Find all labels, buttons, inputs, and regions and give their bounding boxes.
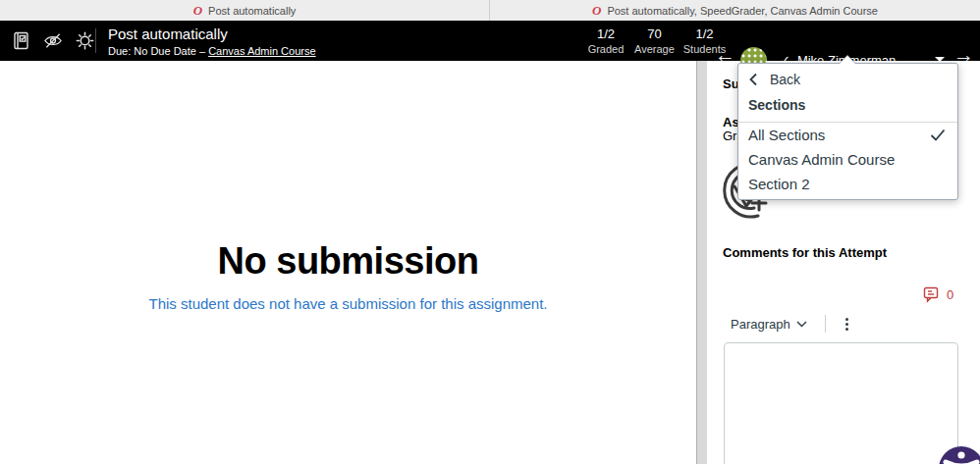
pane-splitter[interactable] <box>696 61 707 464</box>
paragraph-label: Paragraph <box>731 317 790 332</box>
comments-heading: Comments for this Attempt <box>723 245 887 260</box>
browser-tab-2-title: Post automatically, SpeedGrader, Canvas … <box>607 5 878 17</box>
assignment-title: Post automatically <box>108 26 316 42</box>
stat-graded: 1/2 Graded <box>586 26 626 55</box>
accessibility-help-button[interactable] <box>939 446 980 464</box>
paragraph-style-dropdown[interactable]: Paragraph <box>731 317 807 332</box>
back-label: Back <box>770 72 800 87</box>
chevron-down-icon <box>796 321 807 328</box>
speedgrader-header: Post automatically Due: No Due Date – Ca… <box>0 21 980 61</box>
gradebook-icon[interactable] <box>12 31 31 51</box>
more-options-kebab-icon[interactable] <box>842 316 852 333</box>
toolbar-divider <box>825 315 826 333</box>
sections-dropdown-menu: Back Sections All Sections Canvas Admin … <box>737 63 958 200</box>
next-student-arrow-icon[interactable]: → <box>953 44 974 65</box>
sections-heading: Sections <box>738 90 957 122</box>
due-date-line: Due: No Due Date – Canvas Admin Course <box>108 45 316 57</box>
grading-stats: 1/2 Graded 70 Average 1/2 Students <box>586 26 726 55</box>
stat-average: 70 Average <box>634 26 675 55</box>
selected-check-icon <box>930 129 946 141</box>
rce-toolbar: Paragraph <box>731 314 852 334</box>
chevron-left-icon <box>748 73 758 86</box>
browser-tab-strip: O Post automatically O Post automaticall… <box>0 0 980 21</box>
eye-off-icon[interactable] <box>43 31 63 51</box>
student-menu-caret-icon[interactable] <box>935 57 945 62</box>
submission-pane: No submission This student does not have… <box>0 61 696 464</box>
previous-student-arrow-icon[interactable]: ← <box>715 44 735 65</box>
speedgrader-window: O Post automatically O Post automaticall… <box>0 0 980 464</box>
browser-tab-2[interactable]: O Post automatically, SpeedGrader, Canva… <box>490 0 980 21</box>
browser-tab-1[interactable]: O Post automatically <box>0 0 490 21</box>
accessibility-person-icon <box>939 446 980 464</box>
course-link[interactable]: Canvas Admin Course <box>208 45 315 57</box>
comment-bubble-icon <box>923 286 940 303</box>
menu-back-button[interactable]: Back <box>738 64 957 90</box>
comment-count-indicator: 0 <box>923 286 953 303</box>
no-submission-title: No submission <box>218 240 479 283</box>
due-date-text: Due: No Due Date <box>108 45 196 57</box>
menu-item-all-sections[interactable]: All Sections <box>738 123 957 147</box>
browser-tab-1-title: Post automatically <box>208 5 296 17</box>
menu-item-section-2[interactable]: Section 2 <box>738 172 957 196</box>
comment-editor-textarea[interactable] <box>724 342 958 464</box>
canvas-favicon-icon: O <box>592 4 601 17</box>
menu-item-canvas-admin-course[interactable]: Canvas Admin Course <box>738 147 957 172</box>
gear-icon[interactable] <box>75 31 94 51</box>
canvas-favicon-icon: O <box>193 4 202 17</box>
no-submission-message: This student does not have a submission … <box>148 295 547 312</box>
header-divider <box>95 28 96 53</box>
comment-count: 0 <box>947 287 953 302</box>
